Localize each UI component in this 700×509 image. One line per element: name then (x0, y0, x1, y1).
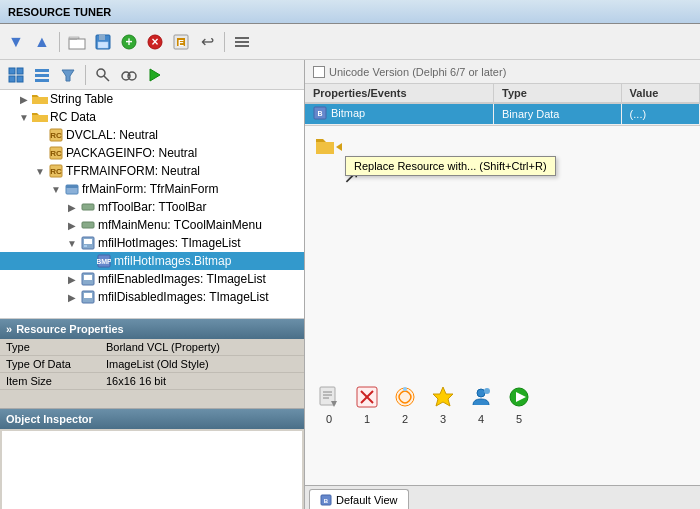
svg-point-67 (484, 388, 490, 394)
tree-label-rc-data: RC Data (50, 110, 304, 124)
image-cell-5: 5 (505, 383, 533, 425)
image-preview-area: ↗ Replace Resource with... (Shift+Ctrl+R… (305, 126, 700, 485)
search-button[interactable] (91, 63, 115, 87)
tree-item-dvclal[interactable]: RC DVCLAL: Neutral (0, 126, 304, 144)
image-cell-0: 0 (315, 383, 343, 425)
filter-button[interactable] (56, 63, 80, 87)
tree-item-mfilEnabledImages[interactable]: ▶ mfilEnabledImages: TImageList (0, 270, 304, 288)
svg-rect-44 (84, 245, 87, 247)
extract-button[interactable]: E (169, 30, 193, 54)
tree-label-mfilDisabled: mfilDisabledImages: TImageList (98, 290, 304, 304)
title-bar: RESOURCE TUNER (0, 0, 700, 24)
tree-item-mfMainMenu[interactable]: ▶ mfMainMenu: TCoolMainMenu (0, 216, 304, 234)
tree-toggle-string-table[interactable]: ▶ (16, 94, 32, 105)
svg-rect-1 (69, 39, 85, 49)
tree-toggle-mfToolBar[interactable]: ▶ (64, 202, 80, 213)
svg-text:B: B (317, 110, 322, 117)
unicode-checkbox[interactable] (313, 66, 325, 78)
run-button[interactable] (143, 63, 167, 87)
table-row-bitmap[interactable]: B Bitmap Binary Data (...) (305, 103, 700, 125)
tree-item-frMainForm[interactable]: ▼ frMainForm: TfrMainForm (0, 180, 304, 198)
tab-icon: B (320, 494, 332, 506)
tree-item-packageinfo[interactable]: RC PACKAGEINFO: Neutral (0, 144, 304, 162)
props-header: Resource Properties (0, 319, 304, 339)
col-header-prop: Properties/Events (305, 84, 494, 103)
props-label-itemsize: Item Size (0, 373, 100, 390)
image-1 (353, 383, 381, 411)
props-label-typeofdata: Type Of Data (0, 356, 100, 373)
svg-marker-23 (62, 70, 74, 81)
tree-toggle-rc-data[interactable]: ▼ (16, 112, 32, 123)
folder-open-icon (32, 109, 48, 125)
props-value-itemsize: 16x16 16 bit (100, 373, 304, 390)
svg-rect-31 (32, 115, 48, 122)
tree-label-frMainForm: frMainForm: TfrMainForm (82, 182, 304, 196)
tree-toggle-mfMainMenu[interactable]: ▶ (64, 220, 80, 231)
tab-default-view[interactable]: B Default View (309, 489, 409, 509)
image-num-0: 0 (326, 413, 332, 425)
nav-down-button[interactable]: ▼ (4, 30, 28, 54)
nav-up-button[interactable]: ▲ (30, 30, 54, 54)
table-header-row: Properties/Events Type Value (305, 84, 700, 103)
props-scroll[interactable]: Type Borland VCL (Property) Type Of Data… (0, 339, 304, 407)
view-list-button[interactable] (30, 63, 54, 87)
props-value-typeofdata: ImageList (Old Style) (100, 356, 304, 373)
props-title: Resource Properties (16, 323, 124, 335)
tree-view[interactable]: ▶ String Table ▼ RC Data (0, 90, 304, 319)
options-button[interactable] (230, 30, 254, 54)
object-inspector-title: Object Inspector (6, 413, 93, 425)
tree-toggle-mfilDisabled[interactable]: ▶ (64, 292, 80, 303)
image-cell-2: 2 (391, 383, 419, 425)
unicode-label[interactable]: Unicode Version (Delphi 6/7 or later) (313, 66, 506, 78)
image-2 (391, 383, 419, 411)
svg-rect-16 (9, 68, 15, 74)
tree-toggle-frMainForm[interactable]: ▼ (48, 184, 64, 195)
view-icon-button[interactable] (4, 63, 28, 87)
tree-item-mfilDisabledImages[interactable]: ▶ mfilDisabledImages: TImageList (0, 288, 304, 306)
bottom-tab-bar: B Default View (305, 485, 700, 509)
svg-rect-15 (235, 45, 249, 47)
open-button[interactable] (65, 30, 89, 54)
binoculars-button[interactable] (117, 63, 141, 87)
col-header-type: Type (494, 84, 622, 103)
tree-item-mfToolBar[interactable]: ▶ mfToolBar: TToolBar (0, 198, 304, 216)
tree-label-mfMainMenu: mfMainMenu: TCoolMainMenu (98, 218, 304, 232)
svg-rect-48 (84, 275, 92, 280)
tree-item-tfrm[interactable]: ▼ RC TFRMAINFORM: Neutral (0, 162, 304, 180)
svg-rect-5 (98, 42, 108, 48)
col-header-value: Value (621, 84, 699, 103)
svg-marker-54 (336, 143, 342, 151)
tree-item-rc-data[interactable]: ▼ RC Data (0, 108, 304, 126)
svg-rect-19 (17, 76, 23, 82)
tree-toggle-tfrm[interactable]: ▼ (32, 166, 48, 177)
props-row-type: Type Borland VCL (Property) (0, 339, 304, 356)
save-button[interactable] (91, 30, 115, 54)
svg-text:B: B (324, 498, 329, 504)
tooltip-text: Replace Resource with... (Shift+Ctrl+R) (354, 160, 547, 172)
image-cell-4: 4 (467, 383, 495, 425)
svg-text:RC: RC (50, 131, 62, 140)
folder-button-area (315, 134, 343, 158)
tree-item-mfilHotImages-bitmap[interactable]: BMP mfilHotImages.Bitmap (0, 252, 304, 270)
toolbar-sep-2 (224, 32, 225, 52)
tree-item-mfilHotImages[interactable]: ▼ mfilHotImages: TImageList (0, 234, 304, 252)
tree-label-mfToolBar: mfToolBar: TToolBar (98, 200, 304, 214)
tree-toggle-mfilEnabled[interactable]: ▶ (64, 274, 80, 285)
right-panel: Unicode Version (Delphi 6/7 or later) Pr… (305, 60, 700, 509)
tree-item-string-table[interactable]: ▶ String Table (0, 90, 304, 108)
delete-button[interactable]: × (143, 30, 167, 54)
toolbar-sep-1 (59, 32, 60, 52)
svg-rect-39 (66, 185, 78, 188)
image-strip: 0 1 2 3 (315, 383, 533, 425)
imagelist-icon-2 (80, 271, 96, 287)
undo-button[interactable]: ↩ (195, 30, 219, 54)
svg-rect-4 (99, 35, 105, 40)
image-num-5: 5 (516, 413, 522, 425)
tree-toggle-mfilHotImages[interactable]: ▼ (64, 238, 80, 249)
object-inspector-content (2, 431, 302, 509)
add-button[interactable]: + (117, 30, 141, 54)
table-cell-prop: B Bitmap (305, 103, 494, 125)
replace-resource-button[interactable] (315, 134, 343, 158)
main-toolbar: ▼ ▲ + × E ↩ (0, 24, 700, 60)
imagelist-icon (80, 235, 96, 251)
